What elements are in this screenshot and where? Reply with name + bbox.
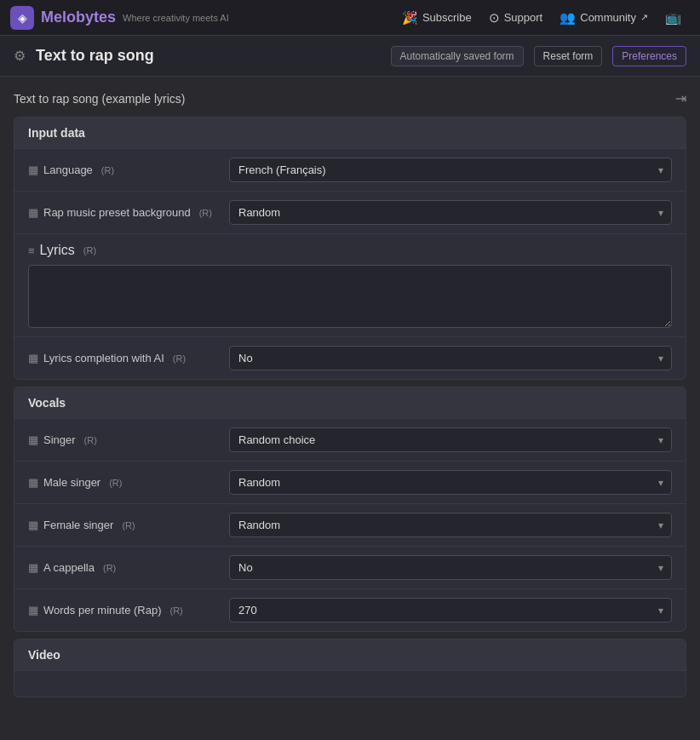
lyrics-completion-label-text: Lyrics completion with AI bbox=[43, 352, 164, 364]
singer-row: ▦ Singer (R) Random choice Male Female bbox=[14, 419, 686, 462]
language-label: ▦ Language (R) bbox=[28, 163, 215, 176]
community-label: Community bbox=[580, 11, 636, 24]
lyrics-completion-field-icon: ▦ bbox=[28, 352, 38, 364]
rap-preset-label-text: Rap music preset background bbox=[43, 206, 191, 219]
language-required: (R) bbox=[101, 165, 114, 175]
lyrics-row: ≡ Lyrics (R) bbox=[14, 234, 686, 337]
female-singer-required: (R) bbox=[122, 520, 135, 531]
gear-icon: ⚙ bbox=[14, 48, 26, 64]
wpm-select[interactable]: 270 200 230 300 330 bbox=[229, 598, 672, 622]
vocals-card: Vocals ▦ Singer (R) Random choice Male F… bbox=[14, 387, 686, 632]
rap-preset-row: ▦ Rap music preset background (R) Random… bbox=[14, 192, 686, 234]
brand: ◈ Melobytes Where creativity meets AI bbox=[10, 6, 229, 30]
support-label: Support bbox=[504, 11, 543, 24]
page-title: Text to rap song bbox=[36, 47, 154, 65]
lyrics-completion-label: ▦ Lyrics completion with AI (R) bbox=[28, 352, 215, 364]
lyrics-completion-row: ▦ Lyrics completion with AI (R) No Yes bbox=[14, 337, 686, 379]
top-navigation: ◈ Melobytes Where creativity meets AI 🎉 … bbox=[0, 0, 700, 36]
lyrics-textarea[interactable] bbox=[28, 265, 672, 328]
female-singer-field-icon: ▦ bbox=[28, 519, 38, 531]
lyrics-label-text: Lyrics bbox=[40, 243, 75, 258]
lyrics-completion-select[interactable]: No Yes bbox=[229, 346, 672, 370]
singer-label-text: Singer bbox=[43, 433, 76, 446]
female-singer-select[interactable]: Random bbox=[229, 513, 672, 537]
auto-saved-badge: Automatically saved form bbox=[391, 46, 524, 66]
rap-preset-required: (R) bbox=[199, 208, 212, 218]
wpm-label: ▦ Words per minute (Rap) (R) bbox=[28, 604, 215, 617]
lyrics-field-icon: ≡ bbox=[28, 244, 35, 257]
acappella-required: (R) bbox=[103, 563, 116, 573]
acappella-field-icon: ▦ bbox=[28, 561, 38, 574]
reset-form-button[interactable]: Reset form bbox=[534, 46, 603, 66]
male-singer-required: (R) bbox=[109, 478, 122, 488]
female-singer-row: ▦ Female singer (R) Random bbox=[14, 504, 686, 547]
female-singer-label-text: Female singer bbox=[43, 519, 113, 531]
lyrics-label-row: ≡ Lyrics (R) bbox=[28, 243, 96, 258]
main-content: Text to rap song (example lyrics) ⇥ Inpu… bbox=[0, 77, 700, 718]
male-singer-select-wrapper: Random bbox=[229, 470, 672, 495]
female-singer-label: ▦ Female singer (R) bbox=[28, 519, 215, 531]
support-button[interactable]: ⊙ Support bbox=[480, 7, 552, 29]
wpm-required: (R) bbox=[169, 605, 182, 616]
male-singer-label: ▦ Male singer (R) bbox=[28, 476, 215, 489]
brand-tagline: Where creativity meets AI bbox=[123, 13, 229, 23]
input-data-header: Input data bbox=[14, 118, 686, 149]
male-singer-field-icon: ▦ bbox=[28, 476, 38, 489]
tv-button[interactable]: 📺 bbox=[657, 7, 690, 29]
section-title-bar: Text to rap song (example lyrics) ⇥ bbox=[14, 90, 686, 106]
acappella-select-wrapper: No Yes bbox=[229, 555, 672, 580]
subscribe-icon: 🎉 bbox=[402, 10, 418, 26]
video-body bbox=[14, 671, 686, 697]
male-singer-row: ▦ Male singer (R) Random bbox=[14, 462, 686, 504]
subscribe-button[interactable]: 🎉 Subscribe bbox=[393, 7, 480, 29]
female-singer-select-wrapper: Random bbox=[229, 513, 672, 537]
wpm-row: ▦ Words per minute (Rap) (R) 270 200 230… bbox=[14, 589, 686, 631]
section-link-icon[interactable]: ⇥ bbox=[675, 90, 686, 106]
language-select[interactable]: French (Français) English Spanish German… bbox=[229, 158, 672, 182]
community-button[interactable]: 👥 Community ↗ bbox=[551, 7, 657, 29]
lyrics-completion-select-wrapper: No Yes bbox=[229, 346, 672, 370]
external-link-icon: ↗ bbox=[640, 12, 648, 23]
community-icon: 👥 bbox=[559, 10, 576, 26]
wpm-select-wrapper: 270 200 230 300 330 bbox=[229, 598, 672, 622]
support-icon: ⊙ bbox=[489, 10, 500, 26]
vocals-body: ▦ Singer (R) Random choice Male Female ▦… bbox=[14, 419, 686, 631]
lyrics-required: (R) bbox=[83, 245, 96, 255]
rap-preset-field-icon: ▦ bbox=[28, 206, 38, 219]
language-row: ▦ Language (R) French (Français) English… bbox=[14, 149, 686, 192]
language-select-wrapper: French (Français) English Spanish German… bbox=[229, 158, 672, 182]
input-data-card: Input data ▦ Language (R) French (França… bbox=[14, 117, 686, 380]
singer-select[interactable]: Random choice Male Female bbox=[229, 427, 672, 452]
video-header: Video bbox=[14, 640, 686, 671]
wpm-label-text: Words per minute (Rap) bbox=[43, 604, 161, 617]
vocals-header: Vocals bbox=[14, 387, 686, 419]
rap-preset-select-wrapper: Random Trap Old School Boom Bap Drill bbox=[229, 200, 672, 225]
male-singer-label-text: Male singer bbox=[43, 476, 100, 489]
wpm-field-icon: ▦ bbox=[28, 604, 38, 617]
acappella-label: ▦ A cappella (R) bbox=[28, 561, 215, 574]
acappella-select[interactable]: No Yes bbox=[229, 555, 672, 580]
language-label-text: Language bbox=[43, 163, 93, 176]
subscribe-label: Subscribe bbox=[422, 11, 472, 24]
singer-required: (R) bbox=[84, 435, 97, 445]
brand-logo-icon: ◈ bbox=[10, 6, 34, 30]
section-title: Text to rap song (example lyrics) bbox=[14, 92, 186, 106]
singer-field-icon: ▦ bbox=[28, 433, 38, 446]
singer-label: ▦ Singer (R) bbox=[28, 433, 215, 446]
singer-select-wrapper: Random choice Male Female bbox=[229, 427, 672, 452]
language-field-icon: ▦ bbox=[28, 163, 38, 176]
acappella-row: ▦ A cappella (R) No Yes bbox=[14, 547, 686, 589]
rap-preset-label: ▦ Rap music preset background (R) bbox=[28, 206, 215, 219]
subheader: ⚙ Text to rap song Automatically saved f… bbox=[0, 36, 700, 77]
brand-name: Melobytes bbox=[41, 9, 116, 26]
male-singer-select[interactable]: Random bbox=[229, 470, 672, 495]
rap-preset-select[interactable]: Random Trap Old School Boom Bap Drill bbox=[229, 200, 672, 225]
video-card: Video bbox=[14, 639, 686, 697]
tv-icon: 📺 bbox=[665, 10, 681, 26]
preferences-button[interactable]: Preferences bbox=[612, 46, 686, 66]
input-data-body: ▦ Language (R) French (Français) English… bbox=[14, 149, 686, 379]
lyrics-completion-required: (R) bbox=[173, 353, 186, 364]
acappella-label-text: A cappella bbox=[43, 561, 95, 574]
